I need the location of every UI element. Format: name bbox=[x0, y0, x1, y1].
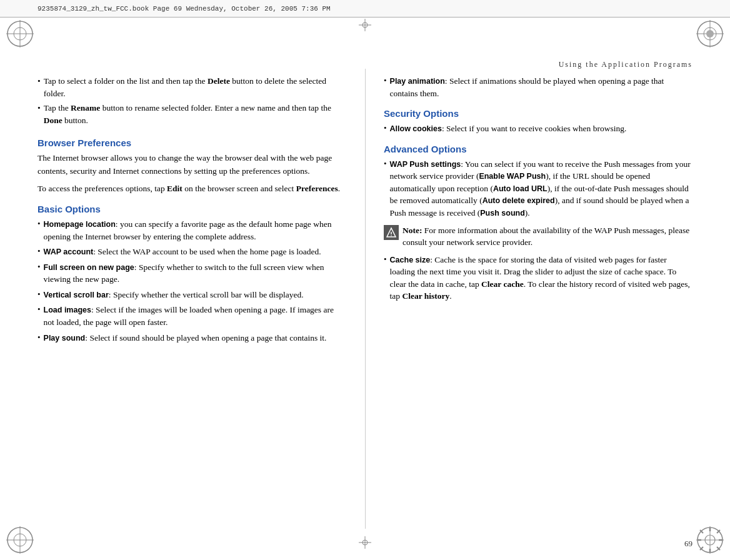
corner-decoration-br bbox=[695, 525, 725, 555]
list-text-scrollbar: Vertical scroll bar: Specify whether the… bbox=[44, 289, 346, 301]
bullet-text-delete: Tap to select a folder on the list and t… bbox=[44, 75, 346, 99]
list-dot: • bbox=[38, 332, 41, 344]
bullet-item-rename: • Tap the Rename button to rename select… bbox=[38, 102, 346, 126]
top-bullets: • Tap to select a folder on the list and… bbox=[38, 75, 346, 126]
bullet-text-rename: Tap the Rename button to rename selected… bbox=[44, 102, 346, 126]
list-dot: • bbox=[38, 246, 41, 258]
list-item-fullscreen: • Full screen on new page: Specify wheth… bbox=[38, 261, 346, 286]
list-item-cache-size: • Cache size: Cache is the space for sto… bbox=[384, 254, 692, 302]
list-text-fullscreen: Full screen on new page: Specify whether… bbox=[44, 261, 346, 286]
list-item-scrollbar: • Vertical scroll bar: Specify whether t… bbox=[38, 289, 346, 301]
list-dot: • bbox=[38, 218, 41, 242]
list-dot: • bbox=[384, 75, 387, 99]
security-options-heading: Security Options bbox=[384, 108, 692, 119]
browser-preferences-para2: To access the preferences options, tap E… bbox=[38, 182, 346, 195]
list-dot: • bbox=[384, 254, 387, 302]
list-text-play-sound: Play sound: Select if sound should be pl… bbox=[44, 332, 346, 344]
corner-decoration-bl bbox=[5, 525, 35, 555]
note-box: Note: For more information about the ava… bbox=[384, 224, 692, 249]
note-text: Note: For more information about the ava… bbox=[402, 224, 692, 249]
left-column: • Tap to select a folder on the list and… bbox=[0, 69, 365, 529]
center-top-mark bbox=[359, 19, 371, 34]
list-item-play-animation: • Play animation: Select if animations s… bbox=[384, 75, 692, 99]
list-text-play-animation: Play animation: Select if animations sho… bbox=[390, 75, 692, 99]
list-item-play-sound: • Play sound: Select if sound should be … bbox=[38, 332, 346, 344]
top-bar: 9235874_3129_zh_tw_FCC.book Page 69 Wedn… bbox=[0, 0, 730, 18]
svg-point-8 bbox=[706, 30, 714, 38]
right-column: • Play animation: Select if animations s… bbox=[365, 69, 730, 529]
main-content: • Tap to select a folder on the list and… bbox=[0, 69, 730, 529]
list-dot: • bbox=[38, 304, 41, 328]
list-dot: • bbox=[38, 261, 41, 286]
list-text-cookies: Allow cookies: Select if you want to rec… bbox=[390, 122, 692, 135]
list-text-cache-size: Cache size: Cache is the space for stori… bbox=[390, 254, 692, 302]
list-dot: • bbox=[38, 289, 41, 301]
list-text-wap-push: WAP Push settings: You can select if you… bbox=[390, 158, 692, 219]
page-header: Using the Application Programs bbox=[559, 60, 692, 69]
note-icon bbox=[384, 225, 399, 240]
list-item-cookies: • Allow cookies: Select if you want to r… bbox=[384, 122, 692, 135]
bullet-item-delete: • Tap to select a folder on the list and… bbox=[38, 75, 346, 99]
corner-decoration-tl bbox=[5, 19, 35, 49]
top-bar-text: 9235874_3129_zh_tw_FCC.book Page 69 Wedn… bbox=[38, 5, 331, 12]
svg-point-33 bbox=[391, 235, 392, 236]
list-item-load-images: • Load images: Select if the images will… bbox=[38, 304, 346, 328]
basic-options-heading: Basic Options bbox=[38, 204, 346, 214]
list-item-wap-account: • WAP account: Select the WAP account to… bbox=[38, 246, 346, 258]
list-dot: • bbox=[384, 122, 387, 135]
list-text-wap-account: WAP account: Select the WAP account to b… bbox=[44, 246, 346, 258]
advanced-options-heading: Advanced Options bbox=[384, 144, 692, 154]
list-text-load-images: Load images: Select if the images will b… bbox=[44, 304, 346, 328]
center-bottom-mark bbox=[359, 536, 371, 551]
bullet-dot: • bbox=[38, 102, 41, 126]
list-item-wap-push: • WAP Push settings: You can select if y… bbox=[384, 158, 692, 219]
list-dot: • bbox=[384, 158, 387, 219]
bullet-dot: • bbox=[38, 75, 41, 99]
page-number: 69 bbox=[684, 539, 692, 549]
list-item-homepage: • Homepage location: you can specify a f… bbox=[38, 218, 346, 242]
corner-decoration-tr bbox=[695, 19, 725, 49]
list-text-homepage: Homepage location: you can specify a fav… bbox=[44, 218, 346, 242]
browser-preferences-heading: Browser Preferences bbox=[38, 138, 346, 148]
browser-preferences-para1: The Internet browser allows you to chang… bbox=[38, 152, 346, 178]
